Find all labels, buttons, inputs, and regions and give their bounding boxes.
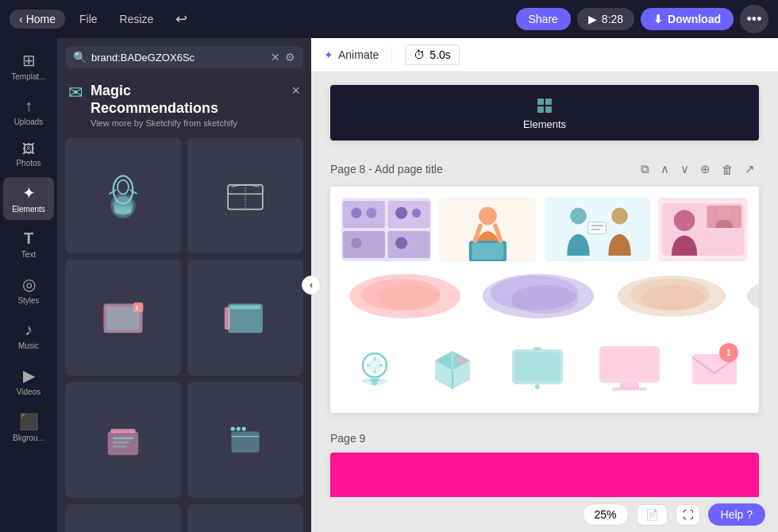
page-delete-button[interactable]: 🗑 [718,160,738,179]
clear-icon[interactable]: ✕ [271,51,280,64]
sidebar-item-label: Text [21,250,36,259]
home-label: Home [26,13,56,25]
styles-icon: ◎ [22,275,36,294]
download-button[interactable]: ⬇ Download [641,8,734,30]
resize-button[interactable]: Resize [112,10,162,29]
page-down-button[interactable]: ∨ [676,160,693,179]
icon-envelope[interactable]: 1 [681,335,748,399]
sidebar-item-styles[interactable]: ◎ Styles [3,268,54,311]
page-8-canvas[interactable]: 1 [330,187,759,413]
fullscreen-button[interactable]: ⛶ [676,504,700,526]
share-button[interactable]: Share [516,8,571,30]
list-item[interactable] [187,382,303,498]
svg-rect-7 [115,206,132,214]
canvas-scroll[interactable]: Elements Page 8 - Add page title ⧉ ∧ ∨ ⊕… [311,72,778,497]
panel-title-block: MagicRecommendations View more by Sketch… [91,83,237,128]
page-share-button[interactable]: ↗ [741,160,759,179]
page-7-elements-label: Elements [523,118,566,130]
svg-point-80 [395,237,407,249]
page-duplicate-button[interactable]: ⊕ [696,160,714,179]
svg-point-104 [641,285,705,310]
icon-phone-tablet[interactable] [497,335,578,399]
illustration-video-call-two[interactable] [658,198,748,261]
play-button[interactable]: ▶ 8:28 [577,8,634,30]
chevron-left-icon: ‹ [19,13,23,25]
download-label: Download [668,13,721,25]
sidebar-item-label: Bkgrou... [13,434,44,442]
list-item[interactable] [187,504,303,532]
play-time: 8:28 [602,13,623,25]
page-9-title: Page 9 [330,432,365,445]
more-options-button[interactable]: ••• [740,5,768,33]
panel-title: MagicRecommendations [91,83,237,117]
watercolor-peach[interactable] [608,271,735,322]
svg-point-79 [351,237,361,248]
svg-rect-114 [515,353,560,381]
page-9-section: Page 9 [330,432,759,497]
list-item[interactable] [187,137,303,253]
zoom-button[interactable]: 25% [583,503,629,526]
page-8-actions: ⧉ ∧ ∨ ⊕ 🗑 ↗ [637,160,759,179]
time-label: 5.0s [429,48,450,61]
list-item[interactable] [65,382,181,498]
undo-button[interactable]: ↩ [168,7,195,31]
illustration-two-people-talking[interactable] [545,198,649,261]
svg-point-26 [237,427,241,431]
help-button[interactable]: Help ? [708,503,765,526]
home-back-button[interactable]: ‹ Home [10,10,65,29]
page-up-button[interactable]: ∧ [657,160,673,179]
sidebar-item-background[interactable]: ⬛ Bkgrou... [3,406,54,449]
svg-point-78 [412,209,421,218]
file-menu-button[interactable]: File [71,10,106,29]
svg-point-95 [718,207,730,219]
icon-lightbulb[interactable] [341,335,408,399]
svg-rect-67 [545,98,552,105]
sidebar-item-music[interactable]: ♪ Music [3,314,54,357]
list-item[interactable] [187,260,303,376]
svg-text:1: 1 [135,304,138,311]
sidebar-item-photos[interactable]: 🖼 Photos [3,136,54,174]
page-7-section: Elements [330,85,759,141]
list-item[interactable]: 1 [65,260,181,376]
page-9-canvas[interactable] [330,453,759,497]
sidebar-item-label: Photos [16,159,40,168]
filter-icon[interactable]: ⚙ [285,51,295,64]
time-badge-button[interactable]: ⏱ 5.0s [405,44,459,65]
elements-grid: 1 [57,131,311,532]
watercolor-purple[interactable] [475,271,602,322]
svg-point-77 [395,207,407,219]
illustration-woman-laptop[interactable] [439,198,537,261]
svg-rect-74 [388,231,430,258]
main-area: ⊞ Templat... ↑ Uploads 🖼 Photos ✦ Elemen… [0,38,778,532]
svg-point-3 [117,180,129,195]
svg-point-82 [479,207,497,226]
svg-point-93 [673,210,694,230]
illustration-video-call-group[interactable] [341,198,431,261]
sidebar-item-text[interactable]: T Text [3,223,54,265]
watercolor-pink[interactable] [341,271,468,322]
panel-header: ✉ MagicRecommendations View more by Sket… [57,76,311,131]
sidebar-item-label: Uploads [14,118,44,126]
sidebar-item-label: Music [18,341,39,350]
templates-icon: ⊞ [22,51,36,70]
panel-collapse-button[interactable]: ‹ [302,276,321,295]
panel-close-button[interactable]: × [291,83,300,99]
animate-button[interactable]: ✦ Animate [324,48,379,61]
sidebar-item-elements[interactable]: ✦ Elements [3,177,54,220]
list-item[interactable] [65,137,181,253]
bottom-bar: 25% 📄 ⛶ Help ? [311,497,778,532]
icon-monitor[interactable] [589,335,670,399]
list-item[interactable] [65,504,181,532]
page-copy-button[interactable]: ⧉ [637,160,653,179]
sidebar-item-uploads[interactable]: ↑ Uploads [3,91,54,133]
sidebar-item-videos[interactable]: ▶ Videos [3,360,54,403]
icon-box[interactable] [419,335,486,399]
page-indicator-button[interactable]: 📄 [637,504,668,526]
search-input[interactable] [91,52,266,64]
sidebar-item-templates[interactable]: ⊞ Templat... [3,44,54,87]
watercolor-grey[interactable] [741,271,759,322]
svg-rect-19 [110,429,136,433]
fullscreen-icon: ⛶ [683,509,693,521]
svg-point-87 [611,208,628,225]
svg-point-27 [242,427,246,431]
